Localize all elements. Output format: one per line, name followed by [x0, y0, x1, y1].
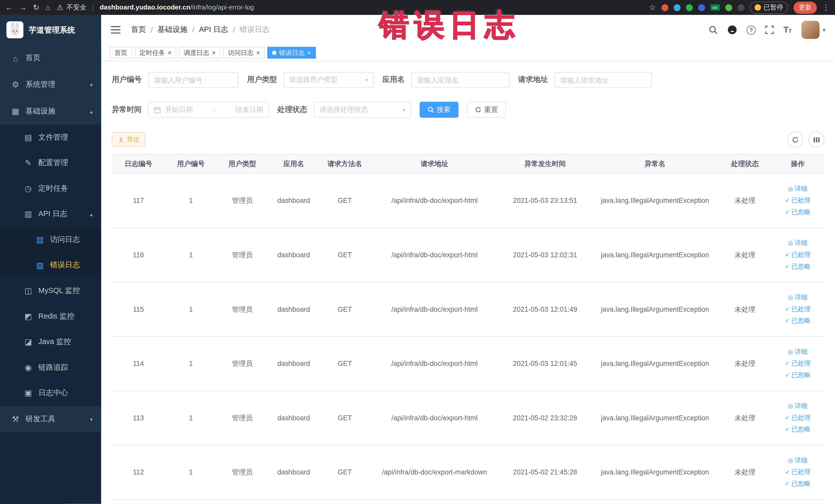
trace-eye-icon: ◉ [23, 363, 33, 372]
extension-icon-5[interactable] [725, 4, 732, 11]
user-type-select[interactable]: 请选择用户类型 ▾ [283, 72, 374, 88]
request-url-input[interactable] [554, 72, 652, 88]
close-icon[interactable]: × [307, 49, 311, 56]
detail-link[interactable]: ◎详细 [788, 293, 808, 302]
ignored-link[interactable]: ✓已忽略 [785, 262, 811, 271]
cell-status: 未处理 [719, 336, 771, 391]
extension-icon-3[interactable] [686, 4, 693, 11]
processed-link[interactable]: ✓已处理 [785, 359, 811, 368]
extension-on-badge[interactable]: on [710, 4, 719, 11]
address-bar[interactable]: dashboard.yudao.iocoder.cn /infra/log/ap… [100, 4, 643, 11]
sidebar-item-scheduled-tasks[interactable]: ◷ 定时任务 [0, 176, 101, 202]
breadcrumb-infrastructure[interactable]: 基础设施 [158, 25, 187, 35]
sidebar-item-config-management[interactable]: ✎ 配置管理 [0, 150, 101, 176]
search-icon[interactable] [709, 25, 718, 35]
view-icon: ◎ [788, 240, 793, 247]
fullscreen-icon[interactable] [765, 26, 774, 34]
request-url-label: 请求地址 [518, 75, 548, 85]
extension-icon-6[interactable] [737, 4, 744, 11]
browser-home-icon[interactable]: ⌂ [46, 4, 50, 11]
check-icon: ✓ [785, 263, 790, 270]
cell-method: GET [320, 336, 370, 391]
ignored-link[interactable]: ✓已忽略 [785, 371, 811, 380]
breadcrumb-home[interactable]: 首页 [131, 25, 146, 35]
ignored-link[interactable]: ✓已忽略 [785, 316, 811, 325]
kebab-menu-icon[interactable]: ⋮ [822, 4, 830, 11]
view-icon: ◎ [788, 294, 793, 301]
processed-link[interactable]: ✓已处理 [785, 414, 811, 422]
extension-icon-1[interactable] [661, 4, 668, 11]
back-icon[interactable]: ← [5, 4, 13, 11]
paused-badge[interactable]: 已暂停 [750, 1, 788, 14]
detail-link[interactable]: ◎详细 [788, 239, 808, 247]
tab-schedule-logs[interactable]: 调度日志 × [179, 47, 221, 59]
github-icon[interactable] [728, 25, 737, 35]
check-icon: ✓ [785, 251, 790, 258]
ignored-link[interactable]: ✓已忽略 [785, 479, 811, 488]
security-indicator[interactable]: ⚠ 不安全 [57, 3, 86, 12]
tab-access-logs[interactable]: 访问日志 × [223, 47, 265, 59]
detail-link[interactable]: ◎详细 [788, 184, 808, 193]
reset-button[interactable]: 重置 [467, 102, 506, 118]
sidebar-item-file-management[interactable]: ▤ 文件管理 [0, 124, 101, 150]
detail-link[interactable]: ◎详细 [788, 347, 808, 356]
refresh-icon-button[interactable] [787, 132, 803, 147]
sidebar-item-mysql-monitor[interactable]: ◫ MySQL 监控 [0, 278, 101, 304]
sidebar-item-home[interactable]: ⌂ 首页 [0, 45, 101, 72]
tab-home[interactable]: 首页 [109, 47, 132, 59]
tab-error-logs[interactable]: 错误日志 × [267, 47, 316, 59]
sidebar-item-infrastructure[interactable]: ▦ 基础设施 ▴ [0, 98, 101, 125]
table-row: 115 1 管理员 dashboard GET /api/infra/db-do… [112, 282, 824, 337]
search-button[interactable]: 搜索 [420, 102, 459, 118]
process-status-select[interactable]: 请选择处理状态 ▾ [314, 102, 411, 118]
sidebar-item-access-logs[interactable]: ▧ 访问日志 [0, 227, 101, 253]
breadcrumb-api-logs[interactable]: API 日志 [199, 25, 228, 35]
user-id-input[interactable] [148, 72, 239, 88]
sidebar-item-log-center[interactable]: ▣ 日志中心 [0, 380, 101, 406]
column-settings-icon-button[interactable] [808, 132, 824, 147]
processed-link[interactable]: ✓已处理 [785, 305, 811, 314]
ignored-link[interactable]: ✓已忽略 [785, 425, 811, 434]
cell-method: GET [320, 391, 370, 445]
close-icon[interactable]: × [168, 49, 171, 56]
error-log-icon: ▨ [35, 260, 45, 270]
export-button[interactable]: 导出 [112, 132, 145, 147]
app-name-input[interactable] [411, 72, 510, 88]
breadcrumb-separator: / [233, 26, 235, 34]
col-exception-time: 异常发生时间 [499, 154, 591, 174]
detail-link[interactable]: ◎详细 [788, 402, 808, 410]
sidebar-item-trace[interactable]: ◉ 链路追踪 [0, 355, 101, 381]
extension-icon-2[interactable] [673, 4, 680, 11]
help-icon[interactable]: ? [747, 25, 756, 35]
forward-icon[interactable]: → [19, 4, 27, 11]
close-icon[interactable]: × [212, 49, 216, 56]
extension-icon-4[interactable] [698, 4, 705, 11]
user-menu[interactable]: ▾ [801, 21, 825, 39]
sidebar-item-redis-monitor[interactable]: ◩ Redis 监控 [0, 304, 101, 329]
text-size-icon[interactable]: TT [783, 26, 792, 34]
close-icon[interactable]: × [256, 49, 260, 56]
logo[interactable]: 芋道管理系统 [0, 15, 101, 45]
sidebar-item-dev-tools[interactable]: ⚒ 研发工具 ▾ [0, 406, 101, 432]
sidebar-toggle-icon[interactable] [111, 26, 120, 34]
cell-request-url: /api/infra/db-doc/export-markdown [370, 445, 499, 499]
view-icon: ◎ [788, 457, 793, 464]
cell-exception-name: java.lang.IllegalArgumentException [591, 391, 719, 445]
cell-log-id: 116 [112, 228, 165, 282]
reload-icon[interactable]: ↻ [33, 4, 39, 11]
check-icon: ✓ [785, 415, 790, 421]
processed-link[interactable]: ✓已处理 [785, 250, 811, 259]
sidebar-item-java-monitor[interactable]: ◪ Java 监控 [0, 329, 101, 355]
sidebar-item-api-logs[interactable]: ▥ API 日志 ▴ [0, 201, 101, 227]
exception-time-range-picker[interactable]: 开始日期 - 结束日期 [148, 102, 269, 118]
processed-link[interactable]: ✓已处理 [785, 467, 811, 477]
detail-link[interactable]: ◎详细 [788, 456, 808, 465]
breadcrumb-separator: / [192, 26, 194, 34]
sidebar-item-system-management[interactable]: ⚙ 系统管理 ▾ [0, 72, 101, 98]
tab-scheduled-tasks[interactable]: 定时任务 × [135, 47, 176, 59]
bookmark-star-icon[interactable]: ☆ [649, 4, 656, 11]
update-button[interactable]: 更新 [793, 1, 817, 14]
sidebar-item-error-logs[interactable]: ▨ 错误日志 [0, 253, 101, 278]
ignored-link[interactable]: ✓已忽略 [785, 208, 811, 217]
processed-link[interactable]: ✓已处理 [785, 196, 811, 205]
